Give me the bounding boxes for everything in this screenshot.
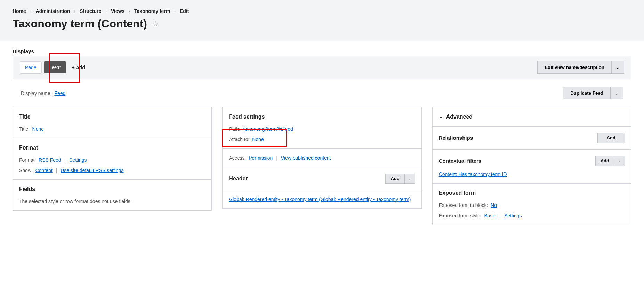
pipe-separator: |	[500, 213, 501, 218]
tab-page[interactable]: Page	[20, 61, 42, 74]
show-value-link[interactable]: Content	[35, 168, 53, 173]
chevron-down-icon: ⌄	[408, 176, 411, 180]
chevron-down-icon: ⌄	[618, 159, 621, 163]
page-title: Taxonomy term (Content)	[13, 17, 147, 30]
title-panel: Title Title: None Format Format: RSS Fee…	[13, 107, 212, 211]
pipe-separator: |	[56, 168, 57, 173]
exposed-block-value-link[interactable]: No	[491, 202, 497, 208]
displays-bar: Page Feed* + Add Edit view name/descript…	[13, 56, 631, 79]
header-add-dropdown[interactable]: ⌄	[405, 174, 415, 184]
relationships-heading: Relationships	[439, 135, 473, 141]
contextual-add-button[interactable]: Add	[595, 156, 614, 166]
exposed-block-label: Exposed form in block:	[439, 202, 488, 208]
contextual-add-dropdown[interactable]: ⌄	[614, 156, 625, 166]
chevron-right-icon: ›	[174, 9, 176, 13]
display-name-value[interactable]: Feed	[54, 90, 65, 96]
header-global-link[interactable]: Global: Rendered entity - Taxonomy term …	[229, 196, 411, 202]
format-value-link[interactable]: RSS Feed	[39, 157, 61, 163]
show-label: Show:	[19, 168, 33, 173]
chevron-right-icon: ›	[129, 9, 130, 13]
title-value-link[interactable]: None	[32, 126, 44, 132]
show-settings-link[interactable]: Use site default RSS settings	[61, 168, 123, 173]
header-heading: Header	[229, 176, 248, 182]
attach-to-value-link[interactable]: None	[252, 137, 264, 142]
access-detail-link[interactable]: View published content	[281, 155, 331, 161]
chevron-down-icon: ⌄	[616, 65, 620, 70]
advanced-label: Advanced	[446, 114, 473, 120]
header-add-button[interactable]: Add	[385, 174, 404, 184]
chevron-right-icon: ›	[30, 9, 32, 13]
displays-label: Displays	[13, 48, 631, 54]
exposed-style-settings-link[interactable]: Settings	[504, 213, 522, 218]
breadcrumb-home[interactable]: Home	[13, 8, 26, 14]
tab-feed[interactable]: Feed*	[44, 61, 66, 73]
breadcrumb-edit[interactable]: Edit	[180, 8, 189, 14]
feed-settings-heading: Feed settings	[229, 114, 415, 120]
title-label: Title:	[19, 126, 30, 132]
relationships-add-button[interactable]: Add	[597, 133, 625, 143]
access-value-link[interactable]: Permission	[249, 155, 273, 161]
chevron-right-icon: ›	[74, 9, 75, 13]
breadcrumb: Home› Administration› Structure› Views› …	[13, 8, 631, 14]
display-name-label: Display name:	[21, 90, 52, 96]
star-icon[interactable]: ☆	[152, 19, 159, 29]
format-settings-link[interactable]: Settings	[69, 157, 87, 163]
fields-heading: Fields	[19, 186, 205, 192]
chevron-down-icon: ⌄	[615, 90, 619, 96]
add-display-button[interactable]: + Add	[72, 65, 85, 70]
exposed-style-label: Exposed form style:	[439, 213, 482, 218]
chevron-up-icon: ︿	[439, 114, 443, 120]
format-heading: Format	[19, 145, 205, 151]
contextual-filters-heading: Contextual filters	[439, 158, 482, 164]
path-value-link[interactable]: /taxonomy/term/%/feed	[243, 126, 293, 132]
breadcrumb-views[interactable]: Views	[111, 8, 124, 14]
exposed-form-heading: Exposed form	[439, 190, 625, 196]
pipe-separator: |	[276, 155, 277, 161]
breadcrumb-taxonomy[interactable]: Taxonomy term	[134, 8, 170, 14]
format-label: Format:	[19, 157, 36, 163]
advanced-panel: ︿ Advanced Relationships Add Contextual …	[432, 107, 631, 225]
advanced-toggle[interactable]: ︿ Advanced	[433, 107, 631, 127]
edit-view-dropdown[interactable]: ⌄	[612, 61, 624, 74]
breadcrumb-admin[interactable]: Administration	[36, 8, 70, 14]
fields-text: The selected style or row format does no…	[19, 199, 205, 204]
path-label: Path:	[229, 126, 240, 132]
access-label: Access:	[229, 155, 246, 161]
chevron-right-icon: ›	[105, 9, 107, 13]
feed-settings-panel: Feed settings Path: /taxonomy/term/%/fee…	[222, 107, 421, 209]
duplicate-feed-dropdown[interactable]: ⌄	[611, 87, 623, 99]
exposed-style-value-link[interactable]: Basic	[484, 213, 496, 218]
breadcrumb-structure[interactable]: Structure	[80, 8, 101, 14]
title-heading: Title	[19, 114, 205, 120]
pipe-separator: |	[65, 157, 66, 163]
attach-to-label: Attach to:	[229, 137, 249, 142]
edit-view-name-button[interactable]: Edit view name/description	[537, 61, 612, 74]
duplicate-feed-button[interactable]: Duplicate Feed	[563, 87, 611, 99]
contextual-filter-link[interactable]: Content: Has taxonomy term ID	[439, 171, 507, 177]
